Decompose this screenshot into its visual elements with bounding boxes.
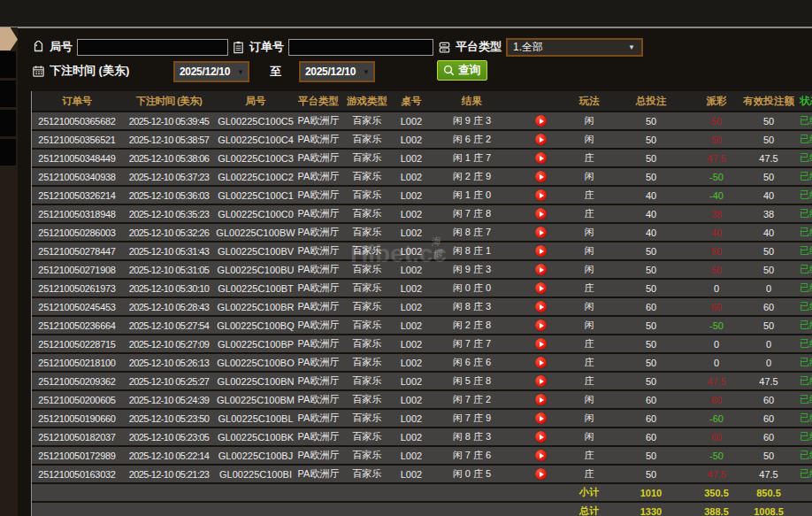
cell-table-no: L002 [393, 428, 430, 445]
cell-bet-time: 2025-12-10 05:38:06 [122, 150, 216, 166]
cell-replay [514, 224, 567, 241]
cell-platform: PA欧洲厅 [295, 205, 341, 222]
cell-order-no: 251210050236664 [32, 317, 122, 334]
betting-records-screen: 局号 订单号 平台类型 1.全部 ▼ 下注时间 (美东) 2025/12/10 … [0, 0, 812, 516]
cell-game-type: 百家乐 [341, 168, 393, 185]
cell-result: 闲 7 庄 7 [430, 335, 514, 352]
cell-play-type: 庄 [567, 335, 611, 352]
cell-order-no: 251210050190660 [32, 410, 122, 427]
cell-play-type: 闲 [567, 428, 611, 445]
play-icon[interactable] [535, 468, 547, 480]
total-row-empty-cell [341, 503, 393, 516]
cell-bet-time: 2025-12-10 05:38:57 [122, 131, 216, 148]
cell-game-type: 百家乐 [341, 131, 393, 148]
cell-platform: PA欧洲厅 [295, 391, 341, 408]
play-icon[interactable] [535, 394, 547, 405]
cell-bet-time: 2025-12-10 05:35:23 [122, 205, 216, 222]
cell-bet-time: 2025-12-10 05:31:05 [122, 261, 216, 278]
cell-payout: -60 [691, 410, 742, 427]
cell-play-type: 庄 [567, 354, 611, 371]
play-icon[interactable] [535, 115, 547, 127]
play-icon[interactable] [535, 431, 547, 443]
cell-result: 闲 1 庄 7 [430, 150, 514, 166]
play-icon[interactable] [535, 208, 547, 219]
cell-valid-bet: 50 [742, 168, 795, 185]
play-icon[interactable] [535, 320, 547, 331]
cell-result: 闲 0 庄 0 [430, 280, 514, 297]
cell-status: 已结算 [795, 391, 812, 408]
cell-result: 闲 9 庄 3 [430, 261, 514, 278]
cell-table-no: L002 [393, 150, 430, 166]
cell-table-no: L002 [393, 466, 430, 482]
total-row-empty-cell [122, 503, 216, 516]
cell-result: 闲 5 庄 8 [430, 373, 514, 389]
cell-platform: PA欧洲厅 [295, 335, 341, 352]
platform-filter-group: 平台类型 1.全部 ▼ [438, 37, 643, 57]
cell-bet-time: 2025-12-10 05:37:23 [122, 168, 216, 185]
cell-order-no: 251210050271908 [32, 261, 122, 278]
table-row: 2512100503189482025-12-10 05:35:23GL0022… [32, 205, 812, 222]
cell-valid-bet: 60 [742, 391, 795, 408]
play-icon[interactable] [535, 375, 547, 387]
play-icon[interactable] [535, 189, 547, 201]
cell-round-no: GL00225C100BW [216, 224, 295, 241]
play-icon[interactable] [535, 301, 547, 312]
round-input[interactable] [77, 39, 228, 56]
cell-round-no: GL00225C100C1 [216, 187, 295, 204]
cell-total-bet: 50 [611, 466, 691, 482]
cell-valid-bet: 38 [742, 205, 795, 222]
cell-platform: PA欧洲厅 [295, 428, 341, 445]
col-header-platform: 平台类型 [295, 91, 341, 111]
platform-select[interactable]: 1.全部 ▼ [506, 38, 643, 57]
cell-order-no: 251210050245453 [32, 298, 122, 315]
play-icon[interactable] [535, 450, 547, 461]
play-icon[interactable] [535, 245, 547, 257]
cell-game-type: 百家乐 [341, 112, 393, 129]
cell-order-no: 251210050348449 [32, 150, 122, 166]
cell-valid-bet: 0 [742, 354, 795, 371]
play-icon[interactable] [535, 282, 547, 294]
cell-status: 已结算 [795, 112, 812, 129]
cell-valid-bet: 40 [742, 224, 795, 241]
table-row: 2512100501729892025-12-10 05:22:14GL0022… [32, 447, 812, 464]
cell-total-bet: 50 [611, 317, 691, 334]
play-icon[interactable] [535, 171, 547, 182]
subtotal-row-label: 小计 [567, 484, 611, 501]
cell-replay [514, 410, 567, 427]
cell-status: 已结算 [795, 150, 812, 166]
cell-payout: 50 [691, 243, 742, 259]
play-icon[interactable] [535, 152, 547, 164]
cell-status: 已结算 [795, 317, 812, 334]
bet-time-label: 下注时间 (美东) [50, 63, 129, 79]
play-icon[interactable] [535, 264, 547, 275]
cell-total-bet: 40 [611, 205, 691, 222]
date-to-picker[interactable]: 2025/12/10 ▼ [299, 61, 375, 82]
cell-valid-bet: 0 [742, 335, 795, 352]
table-row: 2512100503484492025-12-10 05:38:06GL0022… [32, 150, 812, 166]
play-icon[interactable] [535, 134, 547, 145]
play-icon[interactable] [535, 338, 547, 350]
cell-total-bet: 50 [611, 112, 691, 129]
date-from-picker[interactable]: 2025/12/10 ▼ [173, 61, 249, 82]
play-icon[interactable] [535, 412, 547, 424]
window-top-bar [0, 0, 812, 27]
table-row: 2512100503565212025-12-10 05:38:57GL0022… [32, 131, 812, 148]
strip-block [0, 51, 16, 78]
cell-valid-bet: 47.5 [742, 150, 795, 166]
cell-result: 闲 2 庄 9 [430, 168, 514, 185]
play-icon[interactable] [535, 227, 547, 238]
subtotal-row-empty-cell [216, 484, 295, 501]
cell-round-no: GL00225C100BO [216, 354, 295, 371]
play-icon[interactable] [535, 357, 547, 368]
total-row-empty-cell [295, 503, 341, 516]
chevron-down-icon: ▼ [237, 68, 248, 76]
cell-status: 已结算 [795, 168, 812, 185]
cell-platform: PA欧洲厅 [295, 150, 341, 166]
cell-replay [514, 131, 567, 148]
search-button[interactable]: 查询 [437, 60, 487, 81]
cell-table-no: L002 [393, 335, 430, 352]
order-input[interactable] [288, 39, 433, 56]
subtotal-row-empty-cell [795, 484, 812, 501]
cell-platform: PA欧洲厅 [295, 317, 341, 334]
cell-replay [514, 243, 567, 259]
